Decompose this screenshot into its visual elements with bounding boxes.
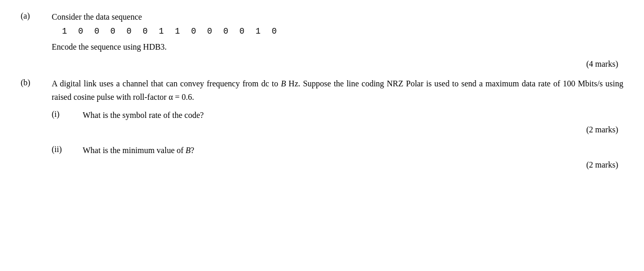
sub-i-content: What is the symbol rate of the code? [83, 109, 623, 122]
b-italic-main: B [281, 79, 286, 88]
sub-ii-content: What is the minimum value of B? [83, 144, 623, 157]
sub-ii-text-after: ? [191, 146, 194, 155]
part-a-marks: (4 marks) [586, 59, 618, 69]
part-b-label: (b) [21, 77, 52, 87]
part-a-content: Consider the data sequence 1 0 0 0 0 0 1… [52, 10, 623, 53]
sub-ii-label: (ii) [52, 144, 83, 154]
sub-i-text: What is the symbol rate of the code? [83, 109, 623, 122]
sub-i-label: (i) [52, 109, 83, 119]
sub-ii-italic-b: B [186, 146, 191, 155]
part-a-marks-row: (4 marks) [21, 59, 623, 69]
part-a-encode-instruction: Encode the sequence using HDB3. [52, 40, 623, 54]
sub-ii-text: What is the minimum value of B? [83, 144, 623, 157]
sub-i-row: (i) What is the symbol rate of the code? [52, 109, 623, 122]
sub-questions: (i) What is the symbol rate of the code?… [52, 109, 623, 169]
sub-i-marks-row: (2 marks) [52, 125, 623, 134]
part-b-main-text: A digital link uses a channel that can c… [52, 77, 623, 103]
part-a-label: (a) [21, 10, 52, 21]
sub-i-marks: (2 marks) [586, 125, 618, 134]
part-b-content: A digital link uses a channel that can c… [52, 77, 623, 178]
sub-ii-text-before: What is the minimum value of [83, 146, 186, 155]
exam-questions: (a) Consider the data sequence 1 0 0 0 0… [21, 10, 623, 183]
part-a-row: (a) Consider the data sequence 1 0 0 0 0… [21, 10, 623, 53]
part-b-row: (b) A digital link uses a channel that c… [21, 77, 623, 178]
sub-ii-marks-row: (2 marks) [52, 160, 623, 170]
sub-ii-marks: (2 marks) [586, 160, 618, 170]
sub-ii-row: (ii) What is the minimum value of B? [52, 144, 623, 157]
data-sequence: 1 0 0 0 0 0 1 1 0 0 0 0 1 0 [62, 27, 623, 36]
part-a-intro: Consider the data sequence [52, 10, 623, 24]
